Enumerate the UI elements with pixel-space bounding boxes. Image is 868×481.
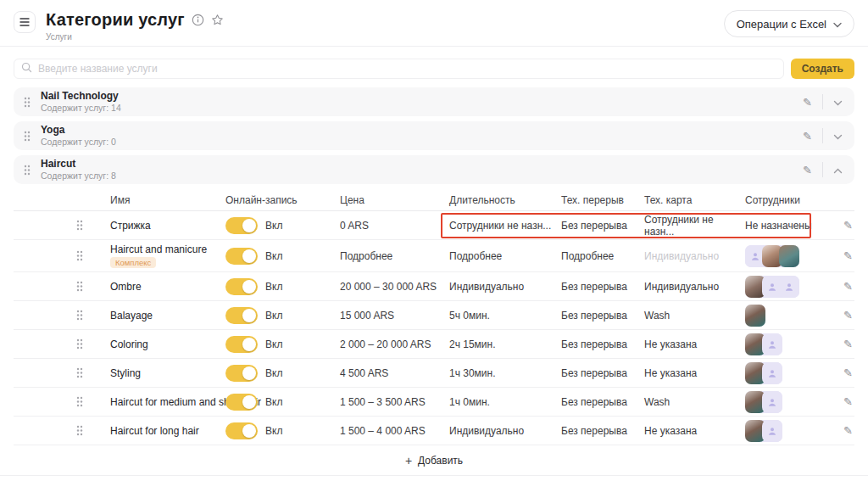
tech-card-cell: Не указана bbox=[644, 367, 745, 379]
edit-service-button[interactable]: ✎ bbox=[842, 248, 854, 264]
table-row: Balayage Вкл 15 000 ARS 5ч 0мин. Без пер… bbox=[14, 301, 854, 330]
chevron-up-icon bbox=[833, 164, 843, 176]
table-row: Haircut and manicure Комплекс Вкл Подроб… bbox=[14, 240, 854, 272]
duration-cell: 1ч 30мин. bbox=[449, 367, 561, 379]
edit-service-button[interactable]: ✎ bbox=[842, 307, 854, 323]
category-list: Nail Technology Содержит услуг: 14 ✎ Yog… bbox=[0, 87, 868, 184]
online-booking-toggle[interactable] bbox=[225, 217, 258, 234]
duration-cell: 2ч 15мин. bbox=[449, 338, 561, 350]
edit-service-button[interactable]: ✎ bbox=[842, 336, 854, 352]
pencil-icon: ✎ bbox=[803, 130, 812, 143]
drag-handle-icon[interactable] bbox=[24, 165, 31, 176]
table-row: Стрижка Вкл 0 ARS Сотрудники не назн... … bbox=[14, 211, 854, 240]
staff-avatar-placeholder bbox=[762, 420, 782, 442]
drag-handle-icon[interactable] bbox=[76, 425, 110, 436]
add-service-button[interactable]: + Добавить bbox=[405, 455, 463, 467]
column-header-staff: Сотрудники bbox=[745, 194, 835, 206]
edit-service-button[interactable]: ✎ bbox=[842, 278, 854, 294]
category-name: Haircut bbox=[41, 158, 801, 171]
column-header-name: Имя bbox=[110, 194, 130, 206]
service-name: Styling bbox=[110, 367, 141, 379]
duration-cell: Сотрудники не назн... bbox=[449, 220, 561, 232]
online-booking-toggle[interactable] bbox=[225, 336, 258, 353]
hamburger-icon bbox=[19, 16, 30, 29]
price-cell: Подробнее bbox=[340, 250, 449, 262]
edit-service-button[interactable]: ✎ bbox=[842, 217, 854, 233]
edit-category-button[interactable]: ✎ bbox=[801, 162, 814, 178]
drag-handle-icon[interactable] bbox=[76, 281, 110, 292]
search-input[interactable] bbox=[38, 63, 776, 75]
tech-break-cell: Без перерыва bbox=[561, 310, 644, 322]
service-name: Coloring bbox=[110, 338, 148, 350]
drag-handle-icon[interactable] bbox=[76, 367, 110, 378]
staff-avatar-group bbox=[745, 305, 765, 327]
table-row: Styling Вкл 4 500 ARS 1ч 30мин. Без пере… bbox=[14, 359, 854, 388]
toggle-label: Вкл bbox=[265, 425, 282, 437]
drag-handle-icon[interactable] bbox=[76, 396, 110, 407]
price-cell: 20 000 – 30 000 ARS bbox=[340, 281, 449, 293]
page-header: Категории услуг Услуги Операции с Excel bbox=[0, 0, 868, 47]
table-row: Coloring Вкл 2 000 – 20 000 ARS 2ч 15мин… bbox=[14, 330, 854, 359]
drag-handle-icon[interactable] bbox=[76, 338, 110, 350]
drag-handle-icon[interactable] bbox=[24, 97, 31, 108]
table-body: Стрижка Вкл 0 ARS Сотрудники не назн... … bbox=[0, 211, 868, 445]
edit-service-button[interactable]: ✎ bbox=[842, 422, 854, 439]
tech-card-cell: Wash bbox=[644, 396, 745, 408]
price-cell: 15 000 ARS bbox=[340, 310, 449, 322]
tech-break-cell: Без перерыва bbox=[561, 338, 644, 350]
pencil-icon: ✎ bbox=[843, 424, 853, 437]
duration-cell: 1ч 0мин. bbox=[449, 396, 561, 408]
staff-avatar-group bbox=[745, 420, 782, 442]
category-card-yoga[interactable]: Yoga Содержит услуг: 0 ✎ bbox=[14, 121, 854, 150]
edit-category-button[interactable]: ✎ bbox=[801, 94, 814, 110]
table-header: Имя Онлайн-запись Цена Длительность Тех.… bbox=[0, 189, 868, 211]
info-icon[interactable] bbox=[192, 14, 204, 26]
edit-category-button[interactable]: ✎ bbox=[801, 128, 814, 144]
staff-avatar-placeholder bbox=[762, 333, 782, 355]
drag-handle-icon[interactable] bbox=[76, 310, 110, 321]
staff-avatar-group bbox=[745, 245, 799, 267]
chevron-down-icon bbox=[833, 130, 843, 143]
online-booking-toggle[interactable] bbox=[225, 248, 258, 265]
category-card-nail-technology[interactable]: Nail Technology Содержит услуг: 14 ✎ bbox=[14, 87, 854, 116]
online-booking-toggle[interactable] bbox=[225, 365, 258, 382]
service-name: Haircut for long hair bbox=[110, 425, 199, 437]
pencil-icon: ✎ bbox=[843, 249, 853, 262]
tech-card-cell: Сотрудники не назн... bbox=[644, 214, 745, 238]
online-booking-toggle[interactable] bbox=[225, 394, 258, 411]
online-booking-toggle[interactable] bbox=[225, 307, 258, 324]
toggle-label: Вкл bbox=[265, 367, 282, 379]
drag-handle-icon[interactable] bbox=[76, 250, 110, 261]
category-card-haircut[interactable]: Haircut Содержит услуг: 8 ✎ bbox=[14, 155, 854, 184]
divider bbox=[822, 128, 823, 143]
edit-service-button[interactable]: ✎ bbox=[842, 394, 854, 410]
drag-handle-icon[interactable] bbox=[24, 131, 31, 142]
edit-service-button[interactable]: ✎ bbox=[842, 365, 854, 381]
breadcrumb: Услуги bbox=[46, 32, 224, 42]
expand-category-button[interactable] bbox=[832, 94, 844, 110]
tech-break-cell: Без перерыва bbox=[561, 281, 644, 293]
search-box[interactable] bbox=[14, 59, 784, 79]
pencil-icon: ✎ bbox=[803, 96, 812, 109]
tech-card-cell: Не указана bbox=[644, 425, 745, 437]
pencil-icon: ✎ bbox=[843, 395, 853, 408]
drag-handle-icon[interactable] bbox=[76, 220, 110, 231]
category-name: Nail Technology bbox=[41, 90, 801, 103]
online-booking-toggle[interactable] bbox=[225, 422, 258, 439]
tech-card-cell: Wash bbox=[644, 310, 745, 322]
hamburger-menu-button[interactable] bbox=[14, 11, 36, 33]
category-count: Содержит услуг: 8 bbox=[41, 171, 801, 182]
create-button[interactable]: Создать bbox=[791, 59, 854, 79]
online-booking-toggle[interactable] bbox=[225, 278, 258, 295]
column-header-tech-card: Тех. карта bbox=[644, 194, 745, 206]
add-button-label: Добавить bbox=[418, 455, 463, 467]
search-icon bbox=[21, 61, 32, 76]
price-cell: 1 500 – 4 000 ARS bbox=[340, 425, 449, 437]
star-icon[interactable] bbox=[211, 14, 224, 26]
expand-category-button[interactable] bbox=[832, 128, 844, 144]
complex-badge: Комплекс bbox=[110, 257, 156, 268]
excel-operations-button[interactable]: Операции с Excel bbox=[724, 10, 854, 37]
price-cell: 4 500 ARS bbox=[340, 367, 449, 379]
duration-cell: Подробнее bbox=[449, 250, 561, 262]
collapse-category-button[interactable] bbox=[832, 162, 844, 178]
